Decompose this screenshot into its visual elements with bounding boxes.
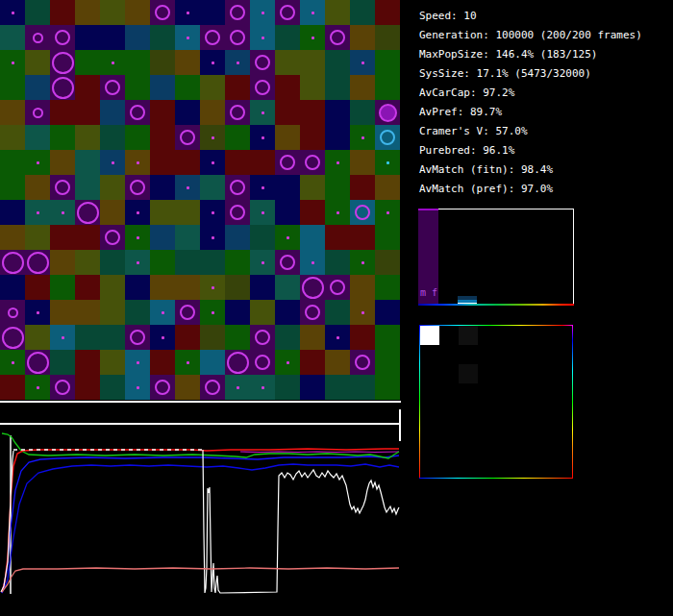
- grid-cell: [50, 0, 75, 25]
- grid-cell: [125, 175, 150, 200]
- grid-cell: [275, 0, 300, 25]
- grid-cell: [200, 300, 225, 325]
- grid-cell: [275, 100, 300, 125]
- grid-cell: [50, 200, 75, 225]
- grid-cell: [300, 200, 325, 225]
- grid-cell: [0, 200, 25, 225]
- organism-circle: [105, 230, 120, 245]
- organism-circle: [33, 33, 43, 43]
- world-grid[interactable]: [0, 0, 400, 401]
- organism-circle: [255, 80, 270, 95]
- grid-cell: [150, 300, 175, 325]
- organism-dot: [386, 211, 389, 214]
- grid-cell: [300, 0, 325, 25]
- grid-cell: [125, 375, 150, 400]
- grid-cell: [175, 0, 200, 25]
- grid-cell: [300, 350, 325, 375]
- grid-cell: [75, 300, 100, 325]
- organism-dot: [187, 37, 189, 39]
- grid-cell: [375, 325, 400, 350]
- chart-line-blue-2: [2, 464, 399, 593]
- grid-cell: [250, 175, 275, 200]
- grid-cell: [150, 225, 175, 250]
- grid-cell: [25, 175, 50, 200]
- heatmap-border-left: [419, 325, 420, 479]
- grid-cell: [325, 275, 350, 300]
- grid-cell: [225, 225, 250, 250]
- grid-cell: [300, 50, 325, 75]
- grid-cell: [50, 75, 75, 100]
- organism-circle: [2, 252, 24, 274]
- organism-dot: [312, 261, 314, 264]
- organism-dot: [336, 211, 339, 214]
- grid-cell: [250, 0, 275, 25]
- grid-cell: [0, 225, 25, 250]
- grid-cell: [275, 275, 300, 300]
- grid-cell: [350, 275, 375, 300]
- grid-cell: [250, 250, 275, 275]
- organism-circle: [379, 104, 397, 122]
- grid-cell: [375, 225, 400, 250]
- organism-dot: [361, 261, 364, 264]
- female-label: f: [432, 288, 437, 298]
- grid-cell: [175, 300, 200, 325]
- grid-cell: [300, 25, 325, 50]
- grid-cell: [175, 100, 200, 125]
- grid-cell: [375, 300, 400, 325]
- grid-cell: [200, 25, 225, 50]
- grid-cell: [350, 325, 375, 350]
- grid-cell: [100, 0, 125, 25]
- grid-cell: [100, 100, 125, 125]
- organism-circle: [155, 380, 170, 395]
- grid-cell: [375, 75, 400, 100]
- grid-cell: [75, 175, 100, 200]
- grid-cell: [350, 0, 375, 25]
- grid-cell: [350, 150, 375, 175]
- grid-cell: [200, 175, 225, 200]
- grid-cell: [0, 0, 25, 25]
- heatmap-cell: [459, 364, 478, 383]
- grid-cell: [25, 300, 50, 325]
- grid-cell: [200, 100, 225, 125]
- grid-cell: [125, 325, 150, 350]
- grid-cell: [50, 125, 75, 150]
- grid-cell: [200, 325, 225, 350]
- grid-cell: [275, 300, 300, 325]
- grid-cell: [0, 175, 25, 200]
- grid-cell: [25, 25, 50, 50]
- organism-circle: [230, 105, 245, 120]
- organism-dot: [137, 211, 139, 214]
- organism-circle: [230, 205, 245, 220]
- grid-cell: [375, 0, 400, 25]
- grid-cell: [75, 200, 100, 225]
- grid-cell: [25, 100, 50, 125]
- grid-cell: [175, 325, 200, 350]
- histogram-border-top: [438, 209, 574, 209]
- organism-dot: [312, 37, 314, 39]
- grid-cell: [100, 150, 125, 175]
- grid-cell: [200, 225, 225, 250]
- grid-cell: [375, 100, 400, 125]
- organism-dot: [137, 261, 139, 264]
- grid-cell: [250, 125, 275, 150]
- stat-line: AvCarCap: 97.2%: [419, 84, 642, 103]
- organism-dot: [37, 211, 39, 214]
- organism-circle: [255, 330, 270, 345]
- heatmap-border-bottom: [419, 478, 573, 479]
- grid-cell: [50, 50, 75, 75]
- grid-cell: [225, 275, 250, 300]
- organism-circle: [280, 5, 295, 20]
- grid-cell: [125, 200, 150, 225]
- organism-dot: [262, 386, 264, 389]
- grid-cell: [325, 0, 350, 25]
- grid-cell: [300, 100, 325, 125]
- grid-cell: [100, 325, 125, 350]
- grid-cell: [250, 100, 275, 125]
- organism-circle: [130, 330, 145, 345]
- grid-cell: [275, 150, 300, 175]
- organism-circle: [230, 5, 245, 20]
- organism-dot: [212, 286, 214, 289]
- organism-dot: [386, 161, 389, 164]
- grid-cell: [75, 350, 100, 375]
- organism-dot: [37, 311, 39, 314]
